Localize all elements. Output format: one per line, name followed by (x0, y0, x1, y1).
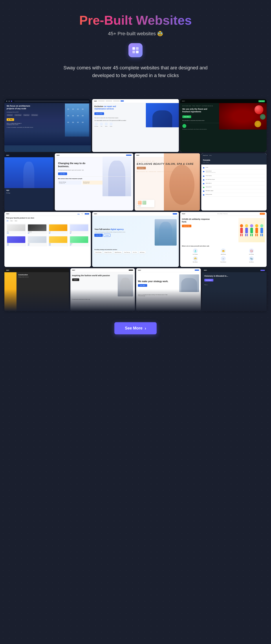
website-card-store[interactable]: SWAY Shop Cart Cart Find your favorite p… (4, 212, 91, 267)
building-window (67, 108, 69, 110)
covid-char-leg (257, 234, 258, 236)
covid-action-icon: ↔️ (221, 256, 226, 261)
covid-char-head (245, 224, 248, 227)
covid-char (250, 224, 254, 236)
building-window (82, 108, 84, 110)
forum-nav-item: Select (209, 155, 212, 156)
forum-item: Getting Started (203, 186, 265, 189)
fashion-nav-btn (129, 270, 133, 271)
covid-char-head (250, 224, 253, 227)
covid-action-label: Don't Shake (249, 254, 254, 255)
food-feature-icon (182, 124, 186, 128)
building-window (72, 122, 74, 123)
store-item-name: Chair (7, 232, 25, 232)
store-item-price: $45 (49, 233, 67, 234)
fin-title: Visionary in Elevated m... (204, 275, 235, 278)
website-card-construction[interactable]: SWAY Construction Building a better tomo… (4, 268, 69, 311)
forum-item-text: One Click Demo Import (206, 179, 215, 180)
forum-subtitle: Select · Recent (203, 162, 265, 163)
card-mockup-forum: Sway Forum Select Forums Select · Recent… (201, 153, 267, 210)
covid-nav-cta: Donate (260, 213, 265, 215)
forum-item: Theme features (203, 174, 265, 178)
store-title: Find your favorite product in our store (4, 216, 48, 219)
covid-char-leg (242, 234, 243, 236)
store-product-img (49, 236, 67, 243)
construct-desc: Building a better tomorrow (18, 276, 67, 278)
forum-item: Forum (203, 166, 265, 170)
covid-char-body (255, 228, 258, 233)
forum-item: Working website (203, 193, 265, 197)
store-product-img (49, 224, 67, 231)
arch-overlay (4, 131, 91, 145)
building-window (72, 108, 74, 110)
see-more-section: See More › (114, 322, 157, 334)
agency-service: Start Planning (123, 251, 131, 254)
card-mockup-car: SWAY Exclusive car repair and maintenanc… (92, 99, 179, 152)
covid-char-body (240, 228, 243, 233)
covid-char-leg (245, 234, 246, 236)
website-card-food[interactable]: SWAY Order Now Offering the best experie… (180, 99, 267, 152)
arch-tag: 3D Rendering (31, 114, 38, 116)
website-card-forum[interactable]: Sway Forum Select Forums Select · Recent… (201, 153, 267, 210)
building-window (77, 115, 79, 116)
website-card-fashion[interactable]: SWAY Inspiring the fashion world with pa… (70, 268, 135, 311)
biz-service-card: Business StrategyDescription text (58, 180, 81, 184)
forum-title: Forums (203, 159, 265, 161)
covid-char (260, 224, 264, 236)
ingredient (255, 121, 261, 127)
website-card-agency[interactable]: SWAY Your full-service digital agency. L… (92, 212, 179, 267)
forum-dot (203, 194, 204, 196)
covid-nav: TRAT Home · About · Resources Donate (180, 212, 267, 216)
website-card-consulting[interactable]: SWAY We make your strategy work. Learn M… (136, 268, 201, 311)
store-item-name: Clock (70, 232, 88, 232)
website-card-architecture[interactable]: We focus on architecture projects of any… (4, 99, 91, 152)
covid-char-head (255, 224, 258, 227)
covid-text: COVID-19 solidarity response fund. Donat… (182, 218, 237, 242)
covid-sub-title: What to do to keep yourself and others s… (180, 244, 267, 248)
covid-action-label: Use Sanitizer (193, 254, 198, 255)
forum-item-text: Forum (206, 167, 208, 168)
fin-cta: Get Started (204, 279, 214, 282)
forum-item-text: Getting Started (206, 186, 212, 188)
consult-nav-btn (195, 270, 199, 271)
grid-row-2: SWAY sign Strategy SWAY (4, 153, 267, 210)
arch-play-icon: ▶ (8, 119, 9, 120)
covid-title: COVID-19 solidarity response fund. (182, 218, 211, 223)
forum-dot (203, 167, 204, 168)
service-icon-circle (100, 122, 103, 126)
agency-person (155, 219, 177, 246)
see-more-button[interactable]: See More › (114, 322, 157, 334)
car-cta: Hire Us Now (94, 112, 104, 115)
person-strategy: Strategy (4, 192, 53, 194)
person-silhouette (23, 162, 34, 188)
covid-illustration (239, 218, 265, 242)
store-product-img (28, 236, 46, 243)
website-card-beauty[interactable]: SWAY EXCLUSIVELY AT EXCLUSIVE BEAUTY SAL… (135, 153, 200, 210)
covid-char-leg (261, 234, 261, 236)
website-card-business[interactable]: SWAY Changing the way to do business. We… (55, 153, 133, 210)
beauty-products-card: Products (137, 200, 154, 207)
card-mockup-beauty: SWAY EXCLUSIVELY AT EXCLUSIVE BEAUTY SAL… (135, 153, 200, 210)
website-card-covid[interactable]: TRAT Home · About · Resources Donate COV… (180, 212, 267, 267)
url-bar (14, 101, 89, 102)
biz-nav-btn (126, 154, 132, 156)
website-card-car[interactable]: SWAY Exclusive car repair and maintenanc… (92, 99, 179, 152)
fashion-hero: Inspiring the fashion world with passion… (70, 272, 135, 299)
forum-dot (203, 187, 204, 188)
arch-tag: Interior Design (14, 114, 22, 116)
website-card-financial[interactable]: SWAY Visionary in Elevated m... Get Star… (202, 268, 267, 311)
store-nav-item: Shop (77, 213, 79, 214)
fashion-sub: A smart and contemporary fabric app (70, 299, 135, 301)
service-icon-item: Engine (110, 122, 113, 127)
biz-hero-text: Changing the way to do business. (55, 157, 90, 169)
covid-char (255, 224, 259, 236)
card-mockup-business: SWAY Changing the way to do business. We… (55, 153, 133, 210)
forum-item: Styling Options (203, 182, 265, 186)
building-window (82, 115, 84, 116)
website-card-person[interactable]: SWAY sign Strategy (4, 153, 53, 210)
websites-container: We focus on architecture projects of any… (4, 99, 267, 311)
covid-char-leg (247, 234, 248, 236)
nav-bar-dark: SWAY Order Now (180, 99, 267, 103)
agency-nav-btn (173, 213, 177, 214)
agency-services: Brand Strategy Design & Develop Digital … (92, 251, 179, 255)
